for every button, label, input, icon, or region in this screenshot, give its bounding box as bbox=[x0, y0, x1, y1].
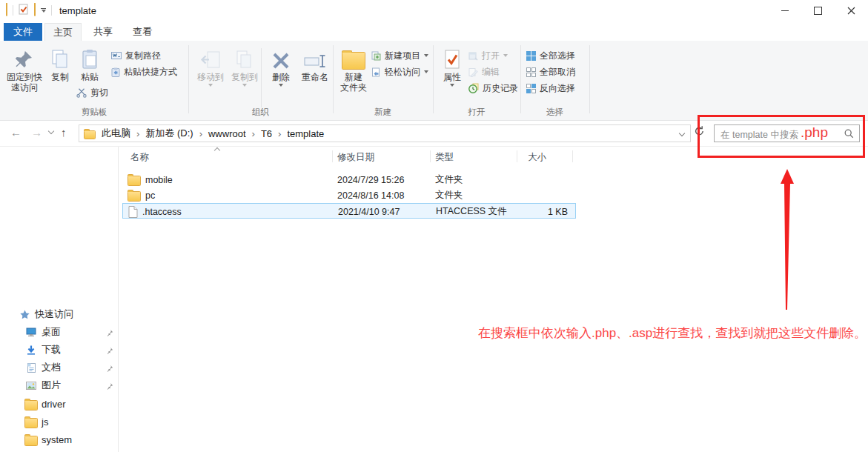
rename-button[interactable]: 重命名 bbox=[298, 44, 332, 82]
ribbon-group-new: 新建 文件夹 新建项目 轻松访问 新建 bbox=[333, 41, 433, 120]
chevron-down-icon bbox=[450, 84, 454, 87]
back-button[interactable]: ← bbox=[10, 126, 21, 139]
tab-share[interactable]: 共享 bbox=[85, 23, 122, 41]
sidebar-item-desktop[interactable]: 桌面 bbox=[0, 323, 118, 341]
address-bar[interactable]: 此电脑 › 新加卷 (D:) › wwwroot › T6 › template bbox=[79, 124, 691, 142]
folder-icon bbox=[24, 433, 38, 446]
maximize-button[interactable] bbox=[801, 0, 835, 21]
select-none-button[interactable]: 全部取消 bbox=[526, 64, 575, 79]
edit-label: 编辑 bbox=[482, 66, 500, 79]
new-folder-button[interactable]: 新建 文件夹 bbox=[337, 44, 370, 93]
copy-path-button[interactable]: 复制路径 bbox=[111, 48, 161, 63]
column-divider[interactable] bbox=[332, 150, 333, 162]
paste-shortcut-button[interactable]: 粘贴快捷方式 bbox=[111, 64, 177, 79]
address-dropdown-icon[interactable] bbox=[679, 130, 685, 136]
select-none-label: 全部取消 bbox=[540, 66, 575, 79]
sidebar-item-public-desktop[interactable]: 公用桌面 bbox=[0, 448, 118, 452]
select-all-button[interactable]: 全部选择 bbox=[526, 48, 575, 63]
open-label: 打开 bbox=[482, 50, 500, 62]
minimize-button[interactable] bbox=[768, 0, 801, 21]
sidebar-item-pictures[interactable]: 图片 bbox=[0, 376, 118, 394]
pin-to-quick-access-label: 固定到快 速访问 bbox=[7, 72, 42, 93]
sidebar-item-downloads[interactable]: 下载 bbox=[0, 341, 118, 359]
sidebar-item-documents[interactable]: 文档 bbox=[0, 359, 118, 376]
qat-customize-dropdown[interactable] bbox=[41, 8, 46, 13]
ribbon-group-clipboard: 固定到快 速访问 复制 粘贴 剪切 复制路径 bbox=[0, 41, 188, 120]
file-date: 2021/4/10 9:47 bbox=[338, 204, 400, 219]
paste-shortcut-icon bbox=[111, 67, 120, 77]
recent-locations-dropdown[interactable] bbox=[48, 128, 54, 134]
sidebar-item-system[interactable]: system bbox=[0, 431, 118, 448]
file-row-pc[interactable]: pc 2024/8/16 14:08 文件夹 bbox=[122, 187, 576, 203]
sidebar-item-driver[interactable]: driver bbox=[0, 395, 118, 413]
tab-home[interactable]: 主页 bbox=[44, 23, 82, 41]
breadcrumb-drive-d[interactable]: 新加卷 (D:) bbox=[144, 127, 194, 140]
window-controls bbox=[768, 0, 868, 21]
invert-selection-button[interactable]: 反向选择 bbox=[526, 81, 575, 96]
column-header-type[interactable]: 类型 bbox=[435, 151, 454, 164]
annotation-note: 在搜索框中依次输入.php、.asp进行查找，查找到就把这些文件删除。 bbox=[478, 325, 867, 342]
cut-button[interactable]: 剪切 bbox=[76, 85, 108, 100]
column-divider[interactable] bbox=[430, 150, 431, 162]
sidebar-item-quick-access[interactable]: 快速访问 bbox=[0, 305, 118, 323]
ribbon-group-select: 全部选择 全部取消 反向选择 选择 bbox=[520, 41, 589, 120]
tab-file[interactable]: 文件 bbox=[4, 23, 42, 41]
column-header-date[interactable]: 修改日期 bbox=[337, 151, 374, 164]
file-type: 文件夹 bbox=[435, 172, 463, 187]
select-all-label: 全部选择 bbox=[540, 50, 575, 62]
breadcrumb-wwwroot[interactable]: wwwroot bbox=[207, 128, 248, 139]
move-to-button[interactable]: 移动到 bbox=[194, 44, 227, 87]
column-divider[interactable] bbox=[572, 150, 573, 162]
new-folder-qat-icon[interactable] bbox=[34, 5, 36, 16]
chevron-down-icon bbox=[424, 54, 428, 57]
history-icon bbox=[468, 83, 479, 93]
breadcrumb-separator: › bbox=[136, 128, 139, 139]
copy-label: 复制 bbox=[51, 72, 69, 82]
pin-to-quick-access-button[interactable]: 固定到快 速访问 bbox=[4, 44, 44, 93]
delete-icon bbox=[271, 44, 291, 70]
ribbon-group-organize: 移动到 复制到 删除 重命 bbox=[188, 41, 333, 120]
column-header-size[interactable]: 大小 bbox=[528, 151, 546, 164]
close-button[interactable] bbox=[835, 0, 868, 21]
folder-icon bbox=[127, 189, 141, 202]
breadcrumb-t6[interactable]: T6 bbox=[259, 128, 274, 139]
column-divider[interactable] bbox=[517, 150, 517, 162]
easy-access-icon bbox=[371, 67, 381, 77]
file-list: 名称 修改日期 类型 大小 mobile 2024/7/29 15:26 文件夹 bbox=[119, 147, 868, 452]
forward-button[interactable]: → bbox=[31, 126, 42, 139]
address-folder-icon bbox=[84, 130, 96, 139]
maximize-icon bbox=[814, 7, 822, 15]
breadcrumb-template[interactable]: template bbox=[285, 128, 325, 139]
quick-access-toolbar: template bbox=[6, 4, 96, 17]
history-button[interactable]: 历史记录 bbox=[468, 81, 518, 96]
ribbon-divider bbox=[261, 48, 262, 107]
file-type: 文件夹 bbox=[435, 187, 463, 203]
breadcrumb-separator: › bbox=[199, 128, 202, 139]
rename-label: 重命名 bbox=[302, 72, 328, 82]
sort-ascending-icon[interactable] bbox=[214, 147, 220, 153]
tab-view[interactable]: 查看 bbox=[124, 23, 161, 41]
pin-icon bbox=[106, 346, 113, 356]
folder-icon bbox=[24, 398, 38, 411]
properties-qat-icon[interactable] bbox=[19, 4, 29, 17]
delete-button[interactable]: 删除 bbox=[265, 44, 296, 87]
copy-button[interactable]: 复制 bbox=[46, 44, 74, 82]
up-button[interactable]: ↑ bbox=[61, 126, 67, 139]
file-row-mobile[interactable]: mobile 2024/7/29 15:26 文件夹 bbox=[122, 172, 576, 187]
edit-button[interactable]: 编辑 bbox=[468, 64, 500, 79]
file-row-htaccess[interactable]: .htaccess 2021/4/10 9:47 HTACCESS 文件 1 K… bbox=[122, 203, 576, 219]
column-header-name[interactable]: 名称 bbox=[130, 151, 149, 164]
history-label: 历史记录 bbox=[483, 82, 518, 95]
breadcrumb-separator: › bbox=[278, 128, 281, 139]
breadcrumb-this-pc[interactable]: 此电脑 bbox=[100, 127, 132, 140]
easy-access-button[interactable]: 轻松访问 bbox=[371, 64, 428, 79]
easy-access-label: 轻松访问 bbox=[385, 66, 420, 79]
invert-selection-label: 反向选择 bbox=[540, 82, 575, 95]
sidebar-item-js[interactable]: js bbox=[0, 413, 118, 431]
new-item-button[interactable]: 新建项目 bbox=[371, 48, 428, 63]
copy-to-button[interactable]: 复制到 bbox=[228, 44, 261, 87]
open-button[interactable]: 打开 bbox=[468, 48, 508, 63]
properties-button[interactable]: 属性 bbox=[439, 44, 466, 87]
paste-button[interactable]: 粘贴 bbox=[74, 44, 105, 82]
pin-icon bbox=[106, 328, 113, 339]
